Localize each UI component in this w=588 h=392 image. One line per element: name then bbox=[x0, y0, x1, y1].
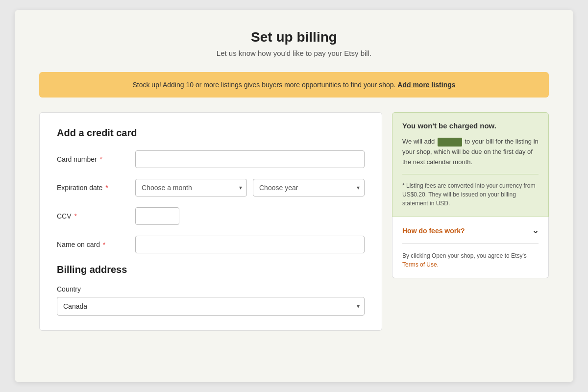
name-row: Name on card * bbox=[57, 236, 365, 253]
card-number-label: Card number * bbox=[57, 150, 135, 163]
page-header: Set up billing Let us know how you'd lik… bbox=[39, 29, 549, 57]
content-area: Add a credit card Card number * Expirati… bbox=[39, 112, 549, 331]
main-form: Add a credit card Card number * Expirati… bbox=[39, 112, 382, 331]
required-indicator: * bbox=[98, 155, 102, 163]
ccv-row: CCV * bbox=[57, 207, 365, 225]
terms-link[interactable]: Terms of Use. bbox=[402, 261, 439, 268]
page-title: Set up billing bbox=[39, 29, 549, 45]
ccv-field bbox=[135, 207, 365, 225]
credit-card-title: Add a credit card bbox=[57, 127, 365, 139]
terms-text: By clicking Open your shop, you agree to… bbox=[402, 251, 539, 269]
sidebar: You won't be charged now. We will add to… bbox=[392, 112, 549, 331]
charge-notice-title: You won't be charged now. bbox=[402, 122, 539, 130]
add-listings-link[interactable]: Add more listings bbox=[397, 81, 455, 89]
required-indicator: * bbox=[73, 212, 77, 220]
expiration-label: Expiration date * bbox=[57, 179, 135, 192]
divider bbox=[402, 243, 539, 244]
name-label: Name on card * bbox=[57, 236, 135, 248]
redacted-amount bbox=[438, 138, 462, 147]
banner-text: Stock up! Adding 10 or more listings giv… bbox=[132, 81, 395, 89]
name-field bbox=[135, 236, 365, 253]
ccv-input[interactable] bbox=[135, 207, 179, 225]
charge-notice: You won't be charged now. We will add to… bbox=[392, 112, 549, 217]
card-number-row: Card number * bbox=[57, 150, 365, 168]
billing-address-title: Billing address bbox=[57, 264, 365, 275]
month-select[interactable]: Choose a month JanuaryFebruaryMarchApril… bbox=[135, 179, 247, 196]
fees-link[interactable]: How do fees work? ⌄ bbox=[402, 226, 539, 235]
month-select-wrapper: Choose a month JanuaryFebruaryMarchApril… bbox=[135, 179, 247, 196]
card-number-field bbox=[135, 150, 365, 168]
chevron-down-icon: ⌄ bbox=[532, 226, 539, 235]
expiration-field: Choose a month JanuaryFebruaryMarchApril… bbox=[135, 179, 365, 196]
country-label: Country bbox=[57, 285, 365, 293]
card-number-input[interactable] bbox=[135, 150, 365, 168]
year-select-wrapper: Choose year 2024202520262027202820292030… bbox=[253, 179, 365, 196]
country-select[interactable]: Canada bbox=[57, 297, 365, 316]
page-subtitle: Let us know how you'd like to pay your E… bbox=[39, 49, 549, 57]
sidebar-lower: How do fees work? ⌄ By clicking Open you… bbox=[392, 217, 549, 278]
required-indicator: * bbox=[103, 184, 108, 192]
notification-banner: Stock up! Adding 10 or more listings giv… bbox=[39, 72, 549, 98]
expiry-selects: Choose a month JanuaryFebruaryMarchApril… bbox=[135, 179, 365, 196]
ccv-label: CCV * bbox=[57, 207, 135, 220]
charge-notice-body: We will add to your bill for the listing… bbox=[402, 137, 539, 167]
country-field: Country Canada ▾ bbox=[57, 285, 365, 316]
expiration-row: Expiration date * Choose a month January… bbox=[57, 179, 365, 196]
year-select[interactable]: Choose year 2024202520262027202820292030… bbox=[253, 179, 365, 196]
required-indicator: * bbox=[101, 241, 105, 248]
page-container: Set up billing Let us know how you'd lik… bbox=[15, 10, 573, 382]
name-input[interactable] bbox=[135, 236, 365, 253]
fee-note: * Listing fees are converted into your c… bbox=[402, 174, 539, 208]
country-select-wrapper: Canada ▾ bbox=[57, 297, 365, 316]
